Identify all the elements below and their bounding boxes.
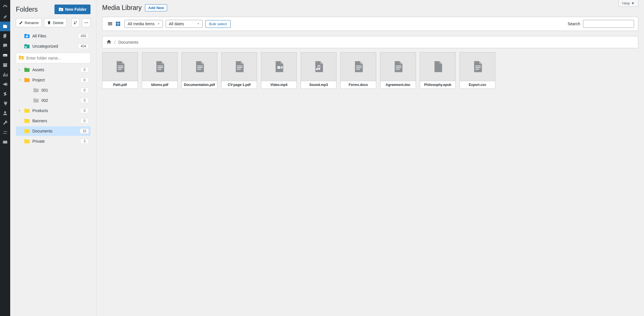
nav-plugins[interactable] [0,99,10,108]
delete-label: Delete [53,21,64,25]
folder-banners[interactable]: Banners 0 [16,116,91,126]
file-thumb [182,52,217,81]
media-tile[interactable]: Forms.docx [340,52,376,89]
home-icon[interactable] [106,39,111,45]
nav-stats[interactable] [0,70,10,79]
filter-bar: All media items All dates Bulk select Se… [102,17,638,31]
folder-private[interactable]: Private 3 [16,136,91,146]
folder-uncategorized[interactable]: ! Uncategorized 404 [16,41,91,51]
folder-count: 10 [80,128,89,134]
sort-button[interactable] [71,18,80,27]
dates-select[interactable]: All dates [166,20,203,28]
media-tile[interactable]: Philosophy.epub [420,52,456,89]
folder-assets[interactable]: Assets 0 [16,65,91,75]
search-label: Search [568,22,580,26]
add-new-button[interactable]: Add New [145,4,167,11]
chevron-right-icon[interactable] [18,109,22,112]
folder-project[interactable]: Project 0 [16,75,91,85]
rename-button[interactable]: Rename [16,18,42,27]
media-tile[interactable]: Path.pdf [102,52,138,89]
media-tile[interactable]: Video.mp4 [261,52,297,89]
file-name: Export.csv [460,81,495,89]
new-folder-label: New Folder [65,7,87,12]
folder-label: Project [32,78,78,82]
breadcrumb: / Documents [102,36,638,48]
media-tile[interactable]: Export.csv [460,52,495,89]
nav-marketing[interactable] [0,79,10,89]
folder-001[interactable]: 001 0 [16,85,91,95]
nav-appearance[interactable] [0,89,10,99]
svg-text:!: ! [26,47,26,48]
folder-label: Uncategorized [32,44,76,49]
file-name: CV-page-1.pdf [222,81,257,89]
nav-pin[interactable] [0,12,10,22]
media-tile[interactable]: Documentation.pdf [182,52,217,89]
folder-label: Assets [32,68,78,72]
folder-label: 002 [41,98,78,103]
nav-archive[interactable] [0,60,10,70]
chevron-right-icon[interactable] [18,68,22,71]
svg-point-8 [87,22,88,23]
nav-mail[interactable] [0,137,10,147]
more-button[interactable] [82,18,91,27]
folder-icon [24,118,30,124]
folder-icon [33,87,39,93]
file-name: Path.pdf [102,81,138,89]
media-tile[interactable]: Sound.mp3 [301,52,336,89]
home-folder-icon [24,33,30,39]
folder-icon [24,138,30,144]
admin-sidebar: Woo [0,0,10,316]
folder-products[interactable]: Products 0 [16,106,91,115]
view-list-button[interactable] [106,20,114,28]
media-tile[interactable]: Agreement.doc [380,52,416,89]
file-name: Sound.mp3 [301,81,336,89]
breadcrumb-separator: / [114,40,115,45]
file-thumb [460,52,495,81]
search-input[interactable] [583,20,634,28]
nav-users[interactable] [0,108,10,118]
nav-woo[interactable]: Woo [0,50,10,60]
folder-search-input[interactable] [26,56,88,60]
folder-icon [24,108,30,114]
nav-settings[interactable] [0,128,10,137]
svg-point-6 [85,22,85,23]
file-name: Documentation.pdf [182,81,217,89]
folder-count: 0 [80,118,89,123]
breadcrumb-current: Documents [118,40,138,45]
help-button[interactable]: Help ▼ [618,0,638,7]
file-name: Agreement.doc [380,81,416,89]
file-thumb [222,52,257,81]
folder-count: 0 [80,108,89,113]
view-grid-button[interactable] [114,20,122,28]
nav-media[interactable] [0,22,10,31]
folder-documents[interactable]: Documents 10 [16,126,91,136]
folder-label: Products [32,108,78,113]
media-tile[interactable]: Idioms.pdf [142,52,178,89]
media-tile[interactable]: CV-page-1.pdf [221,52,257,89]
caret-down-icon: ▼ [631,1,635,5]
folder-search[interactable] [16,53,91,63]
folder-002[interactable]: 002 0 [16,96,91,105]
media-type-select[interactable]: All media items [125,20,163,28]
bulk-select-button[interactable]: Bulk select [205,20,231,28]
file-thumb [142,52,177,81]
new-folder-button[interactable]: New Folder [54,5,91,14]
delete-button[interactable]: Delete [44,18,67,27]
page-title: Media Library [102,4,142,12]
nav-tools[interactable] [0,118,10,128]
nav-pages[interactable] [0,31,10,41]
rename-label: Rename [25,21,39,25]
file-thumb [341,52,376,81]
folder-label: Private [32,139,78,144]
chevron-down-icon[interactable] [18,79,22,81]
folder-icon [33,97,39,104]
folder-icon [24,77,30,83]
nav-dashboard[interactable] [0,2,10,12]
uncategorized-folder-icon: ! [24,43,30,49]
file-thumb [420,52,455,81]
folder-all-files[interactable]: All Files 450 [16,31,91,41]
folder-label: Banners [32,119,78,123]
file-thumb [261,52,296,81]
nav-comments[interactable] [0,41,10,50]
svg-text:Woo: Woo [3,55,7,56]
